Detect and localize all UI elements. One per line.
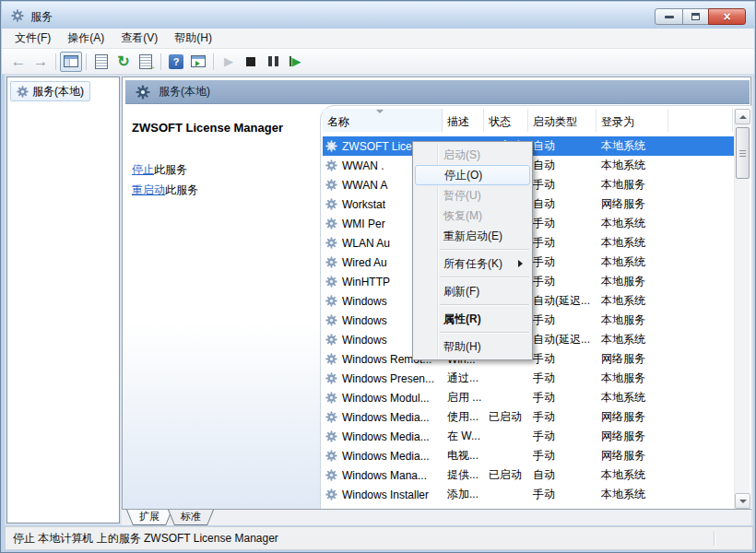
service-gear-icon [325,353,337,365]
context-menu-item-9[interactable]: 刷新(F) [415,281,530,301]
vertical-scrollbar[interactable] [734,109,750,509]
service-row[interactable]: Windows Media...使用...已启动手动网络服务 [323,407,734,427]
scroll-thumb[interactable] [736,127,750,179]
forward-button[interactable]: → [30,52,52,72]
service-gear-icon [325,276,337,288]
tab-extended[interactable]: 扩展 [126,510,172,525]
context-menu-separator [440,301,529,309]
service-gear-icon [325,430,337,442]
service-gear-icon [325,218,337,229]
column-header-logon-as[interactable]: 登录为 [597,109,668,132]
service-startup-type: 手动 [528,274,597,289]
service-gear-icon [325,450,337,462]
context-menu-item-1: 启动(S) [415,145,530,165]
service-startup-type: 手动 [528,390,597,406]
refresh-button[interactable]: ↻ [112,52,135,72]
toolbar-separator [86,53,87,70]
service-name-text: Windows Media... [342,411,430,424]
context-menu-item-11[interactable]: 属性(R) [415,309,530,329]
toolbar: ←→↻→?▶▶ [2,49,754,75]
minimize-button[interactable] [655,8,683,25]
menu-item-2[interactable]: 操作(A) [59,28,112,49]
context-menu-item-2[interactable]: 停止(O) [415,165,530,185]
export-list-button[interactable]: → [135,52,157,72]
maximize-button[interactable] [682,8,709,25]
title-bar[interactable]: 服务 × [2,2,754,29]
service-gear-icon [325,198,337,210]
column-header-status[interactable]: 状态 [484,109,528,132]
status-text: 停止 本地计算机 上的服务 ZWSOFT License Manager [13,531,278,547]
service-status: 已启动 [484,467,528,483]
context-menu-separator [440,274,529,281]
export-arrow-icon: → [147,61,156,71]
service-row[interactable]: Windows Presen...通过...手动本地服务 [323,369,734,388]
service-startup-type: 自动(延迟... [528,332,597,347]
scroll-up-button[interactable] [735,109,750,124]
toolbar-separator [160,53,161,70]
service-name-text: Windows Media... [342,430,430,443]
show-action-pane-button[interactable] [187,52,209,72]
service-row[interactable]: Windows Mana...提供...已启动自动本地系统 [323,465,734,485]
context-menu-item-5[interactable]: 重新启动(E) [415,226,530,246]
service-gear-icon [325,469,337,481]
back-button[interactable]: ← [7,52,30,72]
refresh-icon: ↻ [117,54,129,69]
service-description: 使用... [443,409,484,425]
context-menu-item-7[interactable]: 所有任务(K) [415,253,530,274]
service-logon-as: 本地系统 [597,467,668,483]
service-row[interactable]: Windows Media...在 W...手动网络服务 [323,427,734,446]
tree-item-services-local[interactable]: 服务(本地) [10,81,90,101]
service-startup-type: 自动 [528,196,597,212]
service-logon-as: 本地系统 [597,487,668,502]
service-name: Windows Modul... [323,392,443,405]
service-startup-type: 自动 [528,138,597,154]
tab-label: 标准 [169,510,213,524]
close-button[interactable]: × [708,8,746,25]
services-window: 服务 × 文件(F)操作(A)查看(V)帮助(H) ←→↻→?▶▶ 服务(本地)… [0,0,756,553]
context-menu-separator [440,329,529,336]
service-name: Windows Presen... [323,372,443,385]
menu-item-4[interactable]: 帮助(H) [166,28,220,49]
column-header-startup-type[interactable]: 启动类型 [528,109,597,132]
service-logon-as: 网络服务 [597,409,668,425]
column-header-description[interactable]: 描述 [443,109,484,132]
service-row[interactable]: Windows Installer添加...手动本地系统 [323,485,734,504]
service-name-text: Workstat [342,198,385,211]
service-gear-icon [325,295,337,307]
menu-item-3[interactable]: 查看(V) [112,28,166,49]
pause-service-button[interactable] [262,52,284,72]
status-bar: 停止 本地计算机 上的服务 ZWSOFT License Manager [5,526,753,550]
service-gear-icon [325,314,337,326]
show-console-tree-button[interactable] [60,52,82,72]
column-header-blank[interactable] [668,109,733,132]
panel-header-label: 服务(本地) [159,84,210,100]
service-name: Windows Media... [323,430,443,443]
tab-standard[interactable]: 标准 [168,510,214,525]
column-header-name[interactable]: 名称 [323,109,443,132]
start-service-button[interactable]: ▶ [218,52,240,72]
service-gear-icon [325,237,337,249]
help-button[interactable]: ? [165,52,187,72]
stop-link-suffix: 此服务 [154,163,187,176]
service-name: Windows Installer [323,488,443,501]
properties-button[interactable] [90,52,112,72]
scroll-down-button[interactable] [735,493,750,509]
panel-header-gear-icon [136,85,150,100]
service-row[interactable]: Windows Media...电视...手动网络服务 [323,446,734,465]
status-bar-divider [714,531,715,546]
view-tabs: 扩展标准 [122,509,751,525]
context-menu: 启动(S)停止(O)暂停(U)恢复(M)重新启动(E)所有任务(K)刷新(F)属… [412,141,533,360]
maximize-icon [691,13,700,20]
restart-service-link[interactable]: 重启动 [132,183,165,196]
restart-service-button[interactable]: ▶ [284,52,306,72]
stop-service-button[interactable] [240,52,262,72]
tree-item-label: 服务(本地) [32,84,84,100]
service-status: 已启动 [484,409,528,425]
service-description: 电视... [443,448,484,464]
menu-item-1[interactable]: 文件(F) [6,28,59,49]
service-name-text: WWAN . [342,159,384,172]
scroll-down-icon [739,500,747,503]
stop-service-link[interactable]: 停止 [132,163,154,176]
service-row[interactable]: Windows Modul...启用 ...手动本地系统 [323,388,734,407]
context-menu-item-13[interactable]: 帮助(H) [415,336,530,357]
